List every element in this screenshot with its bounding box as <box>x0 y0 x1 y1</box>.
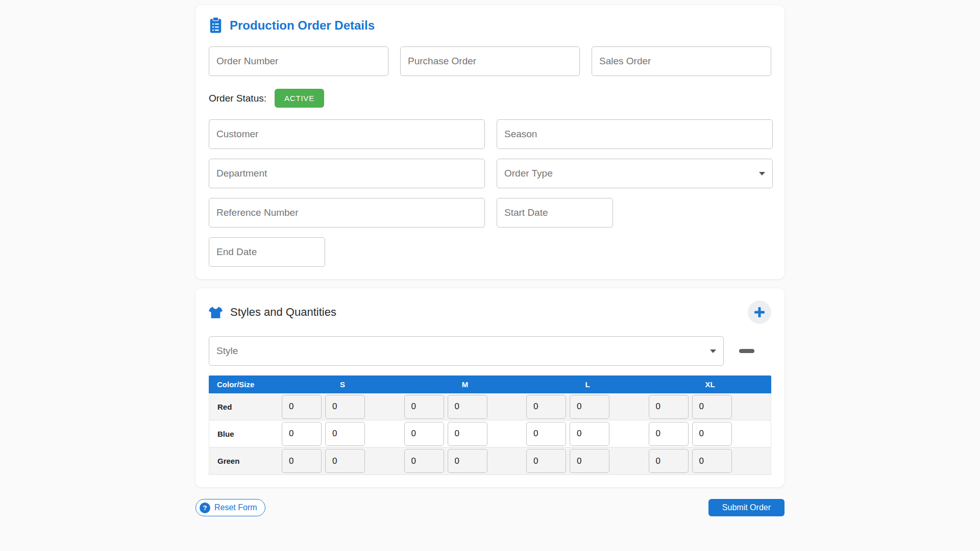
qty-group-s <box>282 395 404 419</box>
qty-input-blue-s-2[interactable] <box>325 422 365 446</box>
qty-input-red-xl-1[interactable] <box>649 395 689 419</box>
row-label: Red <box>209 403 282 411</box>
qty-input-red-l-2[interactable] <box>570 395 609 419</box>
reset-form-label: Reset Form <box>214 503 257 512</box>
start-date-field[interactable] <box>497 198 613 228</box>
qty-input-blue-xl-1[interactable] <box>649 422 689 446</box>
table-row-blue: Blue <box>209 420 771 447</box>
table-row-red: Red <box>209 393 771 420</box>
qty-input-blue-s-1[interactable] <box>282 422 322 446</box>
season-field[interactable] <box>497 119 773 149</box>
enddate-row <box>209 237 771 267</box>
qty-group-s <box>282 422 404 446</box>
row-label: Blue <box>209 430 282 438</box>
submit-order-button[interactable]: Submit Order <box>708 499 785 516</box>
column-header-color-size: Color/Size <box>209 380 281 389</box>
qty-group-s <box>282 449 404 473</box>
section-header: Styles and Quantities <box>209 300 771 324</box>
order-status-label: Order Status: <box>209 93 266 104</box>
row-label: Green <box>209 457 282 465</box>
end-date-field[interactable] <box>209 237 325 267</box>
plus-icon <box>753 306 766 319</box>
qty-input-red-m-1[interactable] <box>404 395 444 419</box>
qty-input-green-m-1[interactable] <box>404 449 444 473</box>
qty-input-red-l-1[interactable] <box>526 395 566 419</box>
column-header-l: L <box>526 380 649 389</box>
qty-input-green-m-2[interactable] <box>448 449 487 473</box>
qty-group-m <box>404 449 527 473</box>
qty-group-m <box>404 395 527 419</box>
reference-number-field[interactable] <box>209 198 485 228</box>
department-field[interactable] <box>209 159 485 188</box>
question-icon: ? <box>200 503 210 513</box>
order-type-select[interactable]: Order Type <box>497 159 773 188</box>
style-select-value: Style <box>216 345 238 357</box>
qty-input-red-s-1[interactable] <box>282 395 322 419</box>
qty-group-l <box>526 422 649 446</box>
qty-input-red-xl-2[interactable] <box>692 395 732 419</box>
table-header-row: Color/Size S M L XL <box>209 375 771 393</box>
order-status-row: Order Status: ACTIVE <box>209 89 771 108</box>
customer-season-row <box>209 119 771 149</box>
page-container: Production Order Details Order Status: A… <box>195 0 785 516</box>
qty-input-blue-l-2[interactable] <box>570 422 609 446</box>
minus-icon <box>739 349 754 353</box>
section-title: Styles and Quantities <box>230 306 336 319</box>
qty-input-green-s-2[interactable] <box>325 449 365 473</box>
reset-form-button[interactable]: ? Reset Form <box>195 499 265 516</box>
quantities-table: Color/Size S M L XL Red <box>209 375 771 475</box>
qty-input-green-l-2[interactable] <box>570 449 609 473</box>
table-body: Red <box>209 393 771 475</box>
qty-input-green-xl-1[interactable] <box>649 449 689 473</box>
shirt-icon <box>209 307 223 318</box>
qty-input-red-m-2[interactable] <box>448 395 487 419</box>
qty-input-green-xl-2[interactable] <box>692 449 732 473</box>
clipboard-list-icon <box>209 17 223 33</box>
purchase-order-field[interactable] <box>400 46 580 76</box>
qty-group-m <box>404 422 527 446</box>
qty-input-blue-m-1[interactable] <box>404 422 444 446</box>
order-identifiers-row <box>209 46 771 76</box>
page-title: Production Order Details <box>230 18 375 33</box>
column-header-m: M <box>404 380 526 389</box>
qty-input-blue-l-1[interactable] <box>526 422 566 446</box>
add-style-button[interactable] <box>748 300 771 324</box>
qty-group-xl <box>649 422 771 446</box>
qty-group-l <box>526 395 649 419</box>
reference-startdate-row <box>209 198 771 228</box>
card-header: Production Order Details <box>209 17 771 33</box>
order-number-field[interactable] <box>209 46 388 76</box>
department-ordertype-row: Order Type <box>209 159 771 188</box>
chevron-down-icon <box>759 172 765 176</box>
chevron-down-icon <box>710 349 716 353</box>
footer-actions: ? Reset Form Submit Order <box>195 499 785 516</box>
order-type-select-value: Order Type <box>504 168 553 179</box>
production-order-details-card: Production Order Details Order Status: A… <box>195 5 785 279</box>
style-select[interactable]: Style <box>209 336 724 366</box>
qty-input-green-l-1[interactable] <box>526 449 566 473</box>
style-selector-row: Style <box>209 336 771 366</box>
remove-style-button[interactable] <box>736 344 757 358</box>
qty-input-red-s-2[interactable] <box>325 395 365 419</box>
status-badge: ACTIVE <box>275 89 324 108</box>
qty-group-l <box>526 449 649 473</box>
column-header-s: S <box>281 380 404 389</box>
sales-order-field[interactable] <box>592 46 771 76</box>
qty-group-xl <box>649 395 771 419</box>
qty-input-blue-m-2[interactable] <box>448 422 487 446</box>
qty-group-xl <box>649 449 771 473</box>
qty-input-green-s-1[interactable] <box>282 449 322 473</box>
qty-input-blue-xl-2[interactable] <box>692 422 732 446</box>
column-header-xl: XL <box>649 380 771 389</box>
table-row-green: Green <box>209 447 771 474</box>
styles-quantities-card: Styles and Quantities Style <box>195 288 785 487</box>
customer-field[interactable] <box>209 119 485 149</box>
